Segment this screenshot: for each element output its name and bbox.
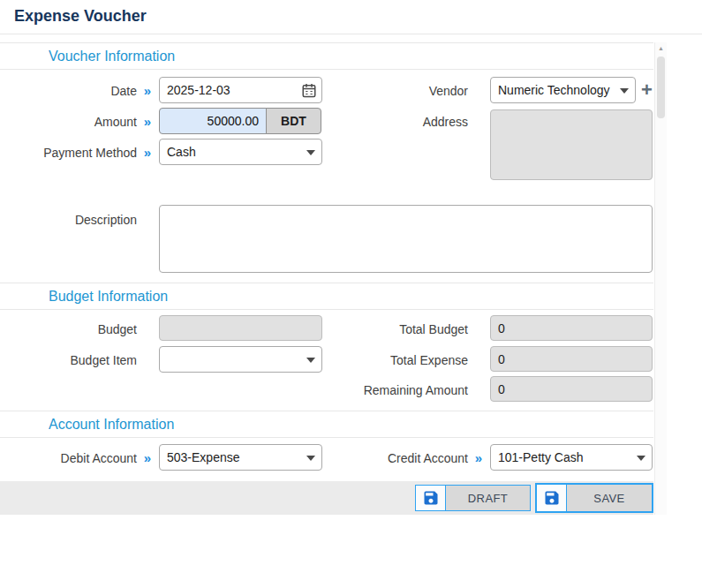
caret-down-icon bbox=[306, 358, 315, 363]
page-title: Expense Voucher bbox=[14, 7, 147, 26]
debit-account-select[interactable]: 503-Expense bbox=[159, 444, 322, 471]
double-chevron-icon bbox=[139, 139, 156, 166]
date-label: Date bbox=[4, 78, 137, 104]
remaining-amount-label: Remaining Amount bbox=[336, 377, 468, 403]
description-textarea[interactable] bbox=[159, 205, 653, 273]
double-chevron-icon bbox=[139, 78, 156, 104]
date-input[interactable] bbox=[159, 77, 322, 103]
scroll-up-arrow-icon[interactable]: ▲ bbox=[655, 42, 667, 55]
add-vendor-plus-icon[interactable] bbox=[641, 78, 653, 102]
save-button[interactable]: SAVE bbox=[535, 483, 653, 513]
address-textarea bbox=[490, 109, 653, 180]
draft-button[interactable]: DRAFT bbox=[415, 485, 531, 511]
amount-input[interactable] bbox=[159, 108, 267, 134]
amount-field: BDT bbox=[159, 108, 322, 134]
description-label: Description bbox=[4, 207, 137, 233]
debit-account-label: Debit Account bbox=[4, 445, 137, 471]
calendar-icon[interactable] bbox=[301, 82, 317, 98]
caret-down-icon bbox=[620, 88, 629, 94]
caret-down-icon bbox=[306, 150, 315, 155]
draft-button-label: DRAFT bbox=[446, 486, 530, 510]
section-title-voucher-information: Voucher Information bbox=[49, 49, 175, 64]
double-chevron-icon bbox=[139, 445, 156, 471]
debit-account-selected-value: 503-Expense bbox=[160, 445, 321, 470]
save-floppy-icon bbox=[537, 485, 567, 511]
vendor-label: Vendor bbox=[336, 78, 468, 104]
section-divider bbox=[0, 411, 653, 411]
total-budget-input bbox=[490, 315, 653, 341]
save-button-label: SAVE bbox=[567, 485, 652, 511]
credit-account-label: Credit Account bbox=[336, 445, 468, 471]
section-title-budget-information: Budget Information bbox=[49, 289, 168, 305]
caret-down-icon bbox=[637, 456, 645, 461]
total-expense-label: Total Expense bbox=[336, 347, 468, 373]
budget-item-select[interactable] bbox=[159, 346, 322, 373]
vendor-select[interactable]: Numeric Technology bbox=[490, 77, 636, 103]
credit-account-selected-value: 101-Petty Cash bbox=[491, 445, 652, 470]
payment-method-select[interactable]: Cash bbox=[159, 139, 322, 165]
remaining-amount-input bbox=[490, 376, 653, 402]
scrollbar-thumb[interactable] bbox=[657, 57, 665, 118]
budget-input bbox=[159, 315, 322, 341]
credit-account-select[interactable]: 101-Petty Cash bbox=[490, 444, 653, 471]
date-field bbox=[159, 77, 322, 103]
section-title-account-information: Account Information bbox=[49, 417, 174, 433]
budget-label: Budget bbox=[4, 316, 137, 343]
amount-label: Amount bbox=[4, 109, 137, 135]
header-divider bbox=[0, 34, 702, 34]
total-expense-input bbox=[490, 346, 653, 372]
section-divider bbox=[0, 69, 653, 70]
section-divider bbox=[0, 309, 653, 310]
budget-item-label: Budget Item bbox=[4, 347, 137, 373]
currency-addon: BDT bbox=[266, 108, 321, 134]
vendor-selected-value: Numeric Technology bbox=[491, 78, 635, 102]
vertical-scrollbar[interactable]: ▲ bbox=[654, 42, 667, 515]
payment-method-selected-value: Cash bbox=[160, 139, 321, 164]
double-chevron-icon bbox=[139, 109, 156, 135]
section-divider bbox=[0, 42, 653, 43]
double-chevron-icon bbox=[470, 445, 487, 471]
caret-down-icon bbox=[306, 456, 315, 461]
section-divider bbox=[0, 437, 653, 438]
address-label: Address bbox=[336, 109, 468, 135]
section-divider bbox=[0, 283, 653, 283]
total-budget-label: Total Budget bbox=[336, 316, 468, 343]
payment-method-label: Payment Method bbox=[4, 139, 137, 166]
save-floppy-icon bbox=[416, 486, 446, 510]
